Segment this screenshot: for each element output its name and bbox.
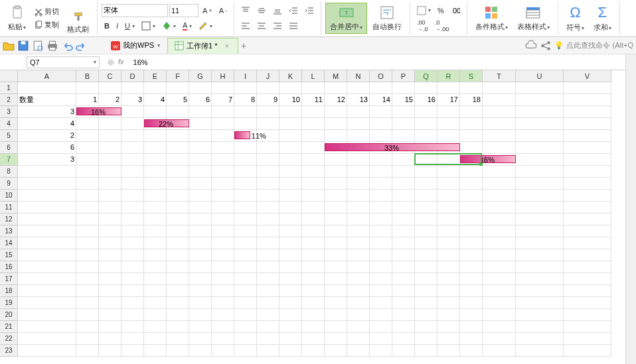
cell[interactable] bbox=[370, 213, 392, 225]
cell[interactable] bbox=[564, 345, 611, 357]
cell[interactable] bbox=[302, 309, 325, 321]
cell[interactable] bbox=[564, 190, 611, 202]
cell[interactable] bbox=[564, 333, 611, 345]
cell[interactable] bbox=[189, 333, 212, 345]
column-header[interactable]: H bbox=[212, 70, 234, 82]
cell[interactable] bbox=[18, 273, 76, 285]
cell[interactable] bbox=[76, 285, 99, 297]
locate-icon[interactable]: ◎ bbox=[108, 58, 114, 66]
cell[interactable] bbox=[167, 225, 189, 237]
cell[interactable] bbox=[144, 166, 167, 178]
cell[interactable] bbox=[279, 285, 302, 297]
cell[interactable] bbox=[167, 202, 189, 213]
cell[interactable] bbox=[483, 142, 516, 154]
cell[interactable] bbox=[189, 178, 212, 190]
cell[interactable] bbox=[302, 202, 325, 213]
column-header[interactable]: M bbox=[325, 70, 347, 82]
cell[interactable] bbox=[144, 309, 167, 321]
cell[interactable] bbox=[460, 202, 483, 213]
cell[interactable] bbox=[437, 202, 460, 213]
cell[interactable] bbox=[212, 190, 234, 202]
cell[interactable] bbox=[483, 345, 516, 357]
cell[interactable] bbox=[212, 82, 234, 94]
cell[interactable] bbox=[167, 213, 189, 225]
cell[interactable] bbox=[144, 249, 167, 261]
copy-button[interactable]: 复制 bbox=[31, 19, 62, 31]
spreadsheet-grid[interactable]: ABCDEFGHIJKLMNOPQRSTUV 12345678910111213… bbox=[0, 70, 636, 364]
cell[interactable] bbox=[370, 154, 392, 166]
cell-value[interactable]: 2 bbox=[18, 130, 76, 142]
cell[interactable] bbox=[516, 309, 564, 321]
cell[interactable] bbox=[302, 249, 325, 261]
cell[interactable] bbox=[76, 237, 99, 249]
cell[interactable] bbox=[234, 285, 257, 297]
cell[interactable] bbox=[234, 213, 257, 225]
cell[interactable] bbox=[460, 190, 483, 202]
cell[interactable] bbox=[415, 82, 437, 94]
cell[interactable] bbox=[392, 261, 415, 273]
wrap-text-button[interactable]: 自动换行 bbox=[368, 3, 406, 33]
cell[interactable] bbox=[234, 297, 257, 309]
cell-value[interactable]: 14 bbox=[370, 94, 392, 106]
cell[interactable] bbox=[189, 309, 212, 321]
cell[interactable] bbox=[564, 309, 611, 321]
cell[interactable] bbox=[99, 213, 121, 225]
cell[interactable] bbox=[302, 237, 325, 249]
cell[interactable] bbox=[415, 118, 437, 130]
cell[interactable] bbox=[234, 225, 257, 237]
fx-icon[interactable]: fx bbox=[118, 58, 124, 66]
underline-button[interactable]: U▾ bbox=[122, 21, 137, 31]
align-bottom-button[interactable] bbox=[270, 5, 285, 17]
cell[interactable] bbox=[325, 225, 347, 237]
cell[interactable] bbox=[234, 249, 257, 261]
cell[interactable] bbox=[483, 285, 516, 297]
cell[interactable] bbox=[516, 106, 564, 118]
cell[interactable] bbox=[167, 130, 189, 142]
cell[interactable] bbox=[76, 130, 99, 142]
increase-indent-button[interactable] bbox=[302, 5, 317, 17]
cell[interactable] bbox=[212, 261, 234, 273]
cell[interactable] bbox=[144, 154, 167, 166]
cell[interactable] bbox=[415, 202, 437, 213]
decrease-font-button[interactable]: A- bbox=[216, 5, 230, 16]
cell[interactable] bbox=[279, 249, 302, 261]
tab-workbook[interactable]: 工作簿1 * × bbox=[167, 38, 238, 54]
cell[interactable] bbox=[325, 297, 347, 309]
cell[interactable] bbox=[189, 213, 212, 225]
column-header[interactable]: C bbox=[99, 70, 121, 82]
increase-font-button[interactable]: A+ bbox=[200, 5, 215, 16]
cell[interactable] bbox=[347, 333, 370, 345]
cell[interactable] bbox=[257, 249, 279, 261]
cell[interactable] bbox=[437, 285, 460, 297]
row-header[interactable]: 3 bbox=[0, 106, 18, 118]
row-header[interactable]: 8 bbox=[0, 166, 18, 178]
cell[interactable] bbox=[516, 82, 564, 94]
cell[interactable] bbox=[460, 213, 483, 225]
cell[interactable] bbox=[516, 249, 564, 261]
cell[interactable] bbox=[212, 333, 234, 345]
cell[interactable] bbox=[189, 82, 212, 94]
cell[interactable] bbox=[99, 118, 121, 130]
cell[interactable] bbox=[18, 202, 76, 213]
cell[interactable] bbox=[460, 345, 483, 357]
cell[interactable] bbox=[415, 166, 437, 178]
cell-value[interactable]: 1 bbox=[76, 94, 99, 106]
cell[interactable] bbox=[325, 249, 347, 261]
cell-value[interactable]: 9 bbox=[257, 94, 279, 106]
cell[interactable] bbox=[121, 225, 144, 237]
cell[interactable] bbox=[18, 225, 76, 237]
cell[interactable] bbox=[121, 213, 144, 225]
cell[interactable] bbox=[460, 82, 483, 94]
cell[interactable] bbox=[347, 118, 370, 130]
row-header[interactable]: 18 bbox=[0, 285, 18, 297]
cell-value[interactable]: 13 bbox=[347, 94, 370, 106]
cell[interactable] bbox=[257, 225, 279, 237]
cell[interactable] bbox=[325, 190, 347, 202]
cell[interactable] bbox=[325, 213, 347, 225]
column-header[interactable]: O bbox=[370, 70, 392, 82]
cell[interactable] bbox=[189, 273, 212, 285]
cell[interactable] bbox=[564, 178, 611, 190]
cell[interactable] bbox=[257, 82, 279, 94]
cell[interactable] bbox=[325, 106, 347, 118]
cell[interactable] bbox=[415, 130, 437, 142]
